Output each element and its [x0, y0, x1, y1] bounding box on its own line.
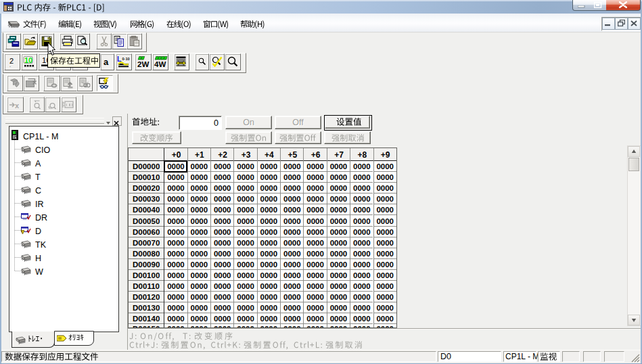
- svg-text:4W: 4W: [154, 60, 166, 68]
- svg-text:x: x: [15, 101, 20, 109]
- svg-text:,: ,: [9, 63, 11, 67]
- svg-text:10: 10: [24, 56, 32, 64]
- svg-text:!: !: [22, 230, 22, 234]
- svg-text:a: a: [104, 57, 109, 66]
- svg-text:2W: 2W: [137, 60, 149, 68]
- svg-text:0·10: 0·10: [122, 57, 129, 61]
